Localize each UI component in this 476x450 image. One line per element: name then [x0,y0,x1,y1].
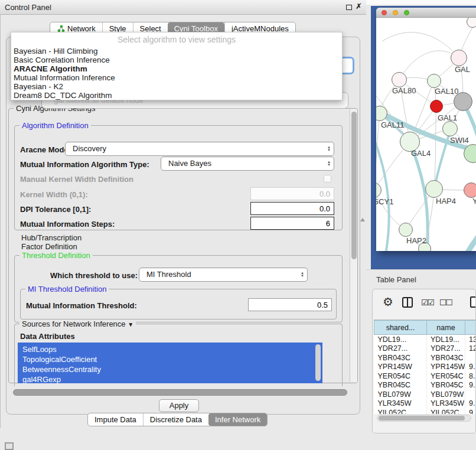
table-hscrollbar[interactable] [377,415,471,422]
sources-group-title[interactable]: Sources for Network Inference ▼ [19,319,136,328]
network-window-titlebar[interactable] [376,8,476,18]
node-label: HAP4 [436,197,456,206]
manual-kernel-checkbox[interactable] [324,175,331,182]
node-label: GAL10 [435,87,458,96]
table-row[interactable]: YIL052CYIL052C9 [374,408,476,414]
settings-hscrollbar[interactable] [13,389,347,396]
tab-impute-data[interactable]: Impute Data [88,413,143,426]
node-label: Y [472,197,476,206]
minimize-traffic-light[interactable] [393,10,398,15]
data-attributes-label: Data Attributes [20,332,75,341]
table-row[interactable]: YPR145WYPR145W9. [374,363,476,372]
node-gal1[interactable] [430,100,443,113]
table-row[interactable]: YBR045CYBR045C9. [374,381,476,390]
node-top-partial[interactable] [467,18,476,28]
attributes-list-scrollbar[interactable] [315,344,321,381]
menu-item-mutual-information[interactable]: Mutual Information Inference [11,73,342,82]
data-attributes-list[interactable]: SelfLoops TopologicalCoefficient Between… [18,343,322,383]
settings-vscrollbar-thumb[interactable] [351,112,357,259]
dpi-tolerance-field[interactable] [250,202,334,215]
combo-stepper-icon: ▲▼ [327,161,331,167]
collapsed-panel-icon[interactable] [5,442,14,450]
tab-discretize-data[interactable]: Discretize Data [143,413,208,426]
attribute-item-selected[interactable]: TopologicalCoefficient [22,354,322,364]
column-header-shared-name[interactable]: shared... [374,321,427,335]
table-row[interactable]: YDR27...YDR27...12 [374,344,476,354]
dpi-tolerance-label: DPI Tolerance [0,1]: [20,205,91,214]
cyni-mode-tabs: Impute Data Discretize Data Infer Networ… [87,413,268,426]
mi-type-combo[interactable]: Naive Bayes ▲▼ [161,156,334,171]
table-row[interactable]: YBL079WYBL079W [374,390,476,399]
columns-icon[interactable] [402,297,413,308]
menu-item-basic-correlation[interactable]: Basic Correlation Inference [11,56,342,64]
aracne-mode-combo[interactable]: Discovery ▲▼ [65,142,334,156]
control-panel-title: Control Panel [5,3,51,12]
node-gal10[interactable] [427,74,441,88]
hub-definition-label: Hub/Transcription Factor Definition [21,233,81,251]
table-row[interactable]: YBR043CYBR043C [374,353,476,363]
network-view-background: GAL GAL80 GAL10 GAL1 GAL11 SWI4 GAL4 HAP… [371,6,476,269]
aracne-mode-value: Discovery [73,144,106,153]
menu-item-bayesian-k2[interactable]: Bayesian - K2 [11,82,342,91]
menu-item-bayesian-hill-climbing[interactable]: Bayesian - Hill Climbing [11,47,342,56]
deselect-all-icon[interactable]: ☐☐ [439,298,452,307]
file-icon[interactable] [470,296,476,308]
table-panel-title: Table Panel [376,275,416,284]
algorithm-definition-title: Algorithm Definition [19,121,91,130]
menu-item-aracne[interactable]: ARACNE Algorithm [11,64,342,73]
node-hap2[interactable] [399,223,413,237]
mi-steps-label: Mutual Information Steps: [20,220,115,229]
node-label: HAP2 [406,236,426,245]
combo-stepper-icon: ▲▼ [327,146,331,152]
settings-gear-icon[interactable]: ⚙ [383,295,393,309]
node-table[interactable]: shared... name A YDL19...YDL19...13 YDR2… [374,319,476,414]
node-pink[interactable] [464,182,476,198]
node-gal80[interactable] [392,72,407,87]
menu-item-dream8[interactable]: Dream8 DC_TDC Algorithm [11,91,342,100]
node-swi4[interactable] [442,121,458,136]
node-hap4[interactable] [425,180,443,198]
attribute-item-selected[interactable]: gal4RGexp [22,374,322,383]
column-header-name[interactable]: name [427,321,465,335]
node-label: GAL80 [392,86,416,95]
manual-kernel-label: Manual Kernel Width Definition [20,175,133,184]
desktop: { "control_panel": { "title": "Control P… [0,0,476,450]
node-label: GAL1 [438,113,457,122]
settings-vscrollbar[interactable] [350,109,357,382]
table-panel-box: ⚙ ☑☑ ☐☐ shared... name A YDL19...YDL19..… [372,289,476,433]
node-label: GAL [455,65,470,74]
table-row[interactable]: YLR345WYLR345W9. [374,399,476,409]
close-icon[interactable]: ✗ [356,2,362,11]
apply-button[interactable]: Apply [159,399,199,412]
node-label: SWI4 [450,136,469,145]
threshold-definition-title: Threshold Definition [19,251,93,260]
mi-type-value: Naive Bayes [168,159,211,168]
aracne-mode-label: Aracne Mode: [20,145,71,154]
mi-threshold-field[interactable] [248,298,332,311]
which-threshold-value: MI Threshold [146,270,191,279]
close-traffic-light[interactable] [382,10,387,15]
mi-steps-field[interactable] [250,217,334,230]
tab-infer-network[interactable]: Infer Network [208,413,267,426]
zoom-traffic-light[interactable] [404,10,409,15]
table-row[interactable]: YDL19...YDL19...13 [374,335,476,344]
table-row[interactable]: YER054CYER054C8. [374,371,476,381]
combo-stepper-icon: ▲▼ [301,272,304,278]
network-canvas[interactable]: GAL GAL80 GAL10 GAL1 GAL11 SWI4 GAL4 HAP… [376,18,476,251]
network-window: GAL GAL80 GAL10 GAL1 GAL11 SWI4 GAL4 HAP… [376,8,476,251]
control-panel-titlebar[interactable]: Control Panel ✗ [0,0,366,15]
mi-type-label: Mutual Information Algorithm Type: [20,160,149,169]
mi-threshold-label: Mutual Information Threshold: [26,301,137,310]
kernel-width-field[interactable] [250,187,334,200]
select-all-icon[interactable]: ☑☑ [421,298,433,307]
panel-resize-handle[interactable] [360,218,365,221]
which-threshold-combo[interactable]: MI Threshold ▲▼ [139,268,308,282]
column-header-partial[interactable]: A [465,321,476,335]
node-gal2[interactable] [451,50,467,66]
collapse-arrow-icon[interactable]: ▼ [128,321,133,328]
attribute-item-selected[interactable]: SelfLoops [22,344,322,354]
table-hscrollbar-thumb[interactable] [379,416,465,420]
node-label: GCY1 [376,197,393,206]
float-window-icon[interactable] [346,5,352,10]
attribute-item-selected[interactable]: BetweennessCentrality [22,364,322,374]
